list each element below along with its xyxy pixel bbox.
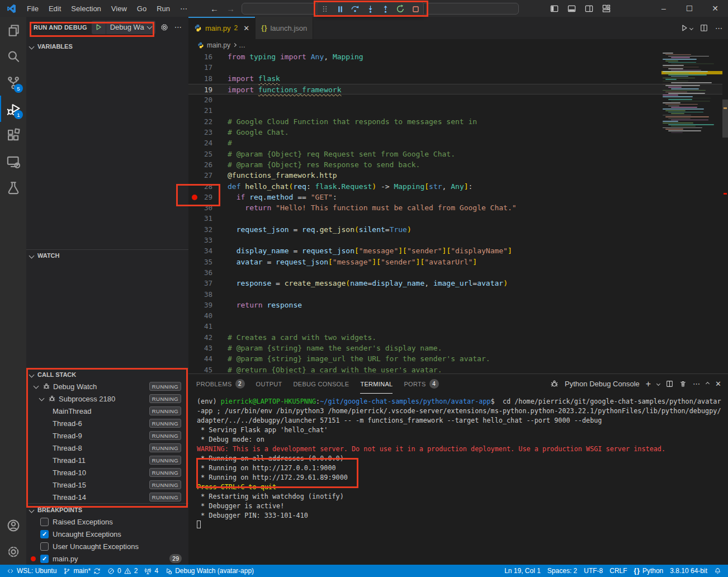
code-line-21[interactable]: 21 <box>188 105 722 116</box>
sidebar-item-run-debug[interactable]: 1 <box>0 96 26 122</box>
close-panel-icon[interactable]: ✕ <box>715 380 721 388</box>
views-more-icon[interactable]: ⋯ <box>174 23 182 31</box>
code-line-45[interactable]: 45# @return {Object} a card with the use… <box>188 365 722 373</box>
menu-view[interactable]: View <box>106 0 132 17</box>
code-line-17[interactable]: 17 <box>188 62 722 73</box>
code-line-44[interactable]: 44# @param {string} image_url the URL fo… <box>188 353 722 364</box>
call-stack-item-subprocess-2180[interactable]: Subprocess 2180RUNNING <box>26 392 188 405</box>
code-line-40[interactable]: 40 <box>188 310 722 321</box>
gutter-30[interactable]: 30 <box>188 202 228 213</box>
launch-config-dropdown[interactable]: Debug Wa <box>92 21 155 34</box>
customize-layout-icon[interactable] <box>602 4 611 13</box>
gutter-28[interactable]: 28 <box>188 181 228 192</box>
call-stack-item-thread-11[interactable]: Thread-11RUNNING <box>26 454 188 466</box>
call-stack-item-debug-watch[interactable]: Debug WatchRUNNING <box>26 380 188 392</box>
debug-settings-gear-icon[interactable] <box>160 23 169 32</box>
new-terminal-icon[interactable]: + <box>646 379 651 389</box>
gutter-21[interactable]: 21 <box>188 105 228 116</box>
code-line-23[interactable]: 23# Google Chat. <box>188 127 722 138</box>
breakpoint-item-main-py[interactable]: main.py29 <box>26 552 188 565</box>
breakpoint-item-uncaught-exceptions[interactable]: Uncaught Exceptions <box>26 528 188 540</box>
code-line-20[interactable]: 20 <box>188 94 722 105</box>
gutter-34[interactable]: 34 <box>188 245 228 256</box>
code-line-42[interactable]: 42# Creates a card with two widgets. <box>188 332 722 343</box>
sidebar-item-testing[interactable] <box>0 174 26 201</box>
breakpoint-checkbox[interactable] <box>40 542 49 551</box>
code-line-24[interactable]: 24# <box>188 138 722 148</box>
gutter-25[interactable]: 25 <box>188 149 228 159</box>
breadcrumb-more[interactable]: … <box>239 41 245 49</box>
menu-go[interactable]: Go <box>132 0 152 17</box>
settings-gear-icon[interactable] <box>0 538 26 565</box>
code-line-28[interactable]: 28def hello_chat(req: flask.Request) -> … <box>188 181 722 192</box>
gutter-24[interactable]: 24 <box>188 138 228 148</box>
code-line-36[interactable]: 36 <box>188 267 722 278</box>
nav-back-button[interactable]: ← <box>210 4 219 13</box>
call-stack-item-thread-15[interactable]: Thread-15RUNNING <box>26 479 188 491</box>
code-line-34[interactable]: 34 display_name = request_json["message"… <box>188 245 722 256</box>
sidebar-item-source-control[interactable]: 5 <box>0 69 26 96</box>
terminal-dropdown-icon[interactable] <box>656 382 660 386</box>
sidebar-item-search[interactable] <box>0 43 26 69</box>
gutter-16[interactable]: 16 <box>188 51 228 62</box>
cursor-position-status[interactable]: Ln 19, Col 1 <box>501 565 544 577</box>
maximize-panel-icon[interactable] <box>706 382 710 386</box>
breakpoint-checkbox[interactable] <box>40 518 49 526</box>
code-line-38[interactable]: 38 <box>188 289 722 300</box>
editor-more-icon[interactable]: ⋯ <box>715 24 722 32</box>
terminal-profile-label[interactable]: Python Debug Console <box>565 380 640 388</box>
code-line-41[interactable]: 41 <box>188 321 722 332</box>
close-button[interactable]: ✕ <box>702 0 728 17</box>
forwarded-ports-status[interactable]: 4 <box>141 565 162 577</box>
remote-indicator[interactable]: WSL: Ubuntu <box>3 565 60 577</box>
debug-session-status[interactable]: Debug Watch (avatar-app) <box>162 565 257 577</box>
code-line-22[interactable]: 22# Google Cloud Function that responds … <box>188 116 722 127</box>
encoding-status[interactable]: UTF-8 <box>580 565 606 577</box>
menu-selection[interactable]: Selection <box>66 0 106 17</box>
gutter-22[interactable]: 22 <box>188 116 228 127</box>
call-stack-item-thread-14[interactable]: Thread-14RUNNING <box>26 491 188 503</box>
gutter-38[interactable]: 38 <box>188 289 228 300</box>
gutter-41[interactable]: 41 <box>188 321 228 332</box>
sidebar-item-extensions[interactable] <box>0 122 26 148</box>
call-stack-item-thread-9[interactable]: Thread-9RUNNING <box>26 429 188 442</box>
breakpoint-checkbox[interactable] <box>40 530 49 538</box>
code-line-26[interactable]: 26# @param {Object} res Response to send… <box>188 159 722 170</box>
menu-[interactable]: ⋯ <box>175 0 192 17</box>
menu-run[interactable]: Run <box>152 0 175 17</box>
tab-launch-json[interactable]: { } launch.json <box>256 17 313 39</box>
kill-terminal-trash-icon[interactable] <box>679 380 687 387</box>
pause-icon[interactable] <box>335 4 345 14</box>
gutter-31[interactable]: 31 <box>188 213 228 224</box>
restart-icon[interactable] <box>395 4 405 14</box>
section-watch[interactable]: WATCH <box>26 249 188 262</box>
section-breakpoints[interactable]: BREAKPOINTS <box>26 503 188 515</box>
sidebar-item-explorer[interactable] <box>0 17 26 43</box>
code-line-37[interactable]: 37 response = create_message(name=displa… <box>188 278 722 288</box>
breakpoint-item-user-uncaught-exceptions[interactable]: User Uncaught Exceptions <box>26 540 188 552</box>
tab-terminal[interactable]: TERMINAL <box>360 374 393 394</box>
call-stack-item-thread-6[interactable]: Thread-6RUNNING <box>26 417 188 429</box>
section-call-stack[interactable]: CALL STACK <box>26 368 188 380</box>
tab-problems[interactable]: PROBLEMS2 <box>196 374 245 394</box>
git-branch-status[interactable]: main* <box>60 565 104 577</box>
gutter-40[interactable]: 40 <box>188 310 228 321</box>
code-line-19[interactable]: 19import functions_framework <box>188 84 722 94</box>
problems-status[interactable]: 0 2 <box>104 565 141 577</box>
account-icon[interactable] <box>0 512 26 538</box>
gutter-35[interactable]: 35 <box>188 257 228 267</box>
code-line-18[interactable]: 18import flask <box>188 73 722 84</box>
language-status[interactable]: { }Python <box>631 565 667 577</box>
gutter-44[interactable]: 44 <box>188 353 228 364</box>
call-stack-item-thread-8[interactable]: Thread-8RUNNING <box>26 442 188 454</box>
gutter-19[interactable]: 19 <box>188 84 228 94</box>
tab-main-py[interactable]: main.py 2 ✕ <box>188 17 256 39</box>
gutter-42[interactable]: 42 <box>188 332 228 343</box>
nav-forward-button[interactable]: → <box>226 4 235 13</box>
gutter-45[interactable]: 45 <box>188 365 228 373</box>
sidebar-item-remote-explorer[interactable] <box>0 148 26 174</box>
notifications-bell-icon[interactable] <box>711 565 725 577</box>
code-line-39[interactable]: 39 return response <box>188 300 722 310</box>
gutter-36[interactable]: 36 <box>188 267 228 278</box>
code-line-30[interactable]: 30 return "Hello! This function must be … <box>188 202 722 213</box>
